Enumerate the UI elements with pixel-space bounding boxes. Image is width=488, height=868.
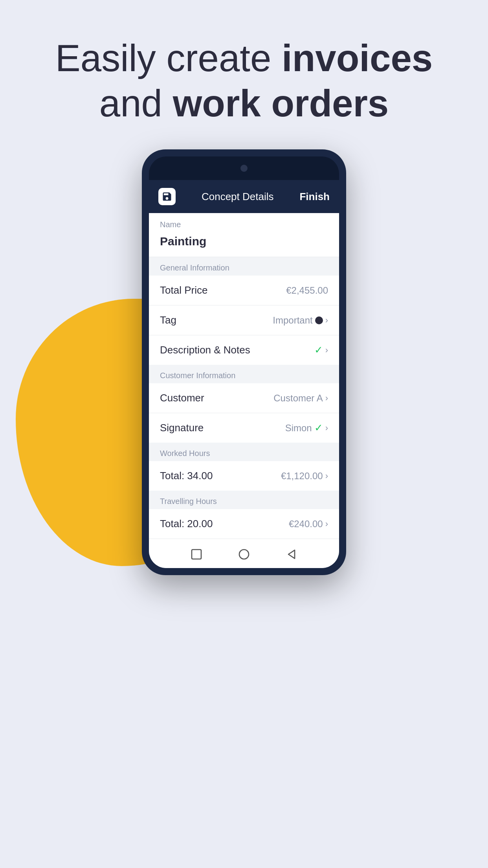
customer-chevron-icon: › [325, 393, 328, 403]
signature-value: Simon ✓ › [285, 422, 328, 434]
finish-button[interactable]: Finish [299, 191, 330, 203]
tag-dot-icon [315, 316, 323, 324]
headline-section: Easily create invoices and work orders [0, 0, 488, 149]
signature-name: Simon [285, 423, 312, 434]
save-icon-button[interactable] [158, 188, 176, 205]
signature-label: Signature [160, 422, 204, 434]
phone-body: Concept Details Finish Name Painting Gen… [142, 149, 346, 575]
description-check-icon: ✓ [314, 344, 323, 356]
customer-info-section-label: Customer Information [149, 365, 339, 383]
phone-device: Concept Details Finish Name Painting Gen… [142, 149, 346, 575]
bottom-navigation [149, 539, 339, 568]
svg-rect-0 [192, 550, 201, 559]
tag-chevron-icon: › [325, 315, 328, 326]
headline-work-orders: work orders [173, 82, 389, 124]
total-price-value: €2,455.00 [286, 285, 328, 296]
phone-screen: Concept Details Finish Name Painting Gen… [149, 180, 339, 568]
total-price-label: Total Price [160, 284, 207, 296]
headline-text: Easily create invoices and work orders [0, 35, 488, 126]
headline-invoices: invoices [282, 37, 433, 79]
travelling-hours-amount: €240.00 [289, 519, 323, 530]
nav-home-button[interactable] [237, 547, 251, 562]
app-header-title: Concept Details [202, 191, 274, 203]
travelling-hours-total-value: €240.00 › [289, 519, 328, 530]
worked-hours-total-label: Total: 34.00 [160, 470, 213, 482]
page-background: Easily create invoices and work orders [0, 0, 488, 868]
total-price-row[interactable]: Total Price €2,455.00 [149, 276, 339, 305]
general-info-section-label: General Information [149, 257, 339, 276]
headline-line2: and work orders [99, 82, 389, 124]
total-price-amount: €2,455.00 [286, 285, 328, 296]
customer-row[interactable]: Customer Customer A › [149, 383, 339, 413]
worked-hours-total-value: €1,120.00 › [281, 471, 328, 482]
description-chevron-icon: › [325, 345, 328, 355]
worked-hours-chevron-icon: › [325, 471, 328, 481]
worked-hours-rows: Total: 34.00 €1,120.00 › [149, 461, 339, 491]
travelling-hours-rows: Total: 20.00 €240.00 › [149, 509, 339, 539]
worked-hours-total-row[interactable]: Total: 34.00 €1,120.00 › [149, 461, 339, 491]
nav-square-button[interactable] [189, 547, 204, 562]
travelling-hours-total-label: Total: 20.00 [160, 518, 213, 530]
signature-row[interactable]: Signature Simon ✓ › [149, 413, 339, 443]
customer-info-rows: Customer Customer A › Signature Simon ✓ … [149, 383, 339, 443]
customer-name: Customer A [273, 393, 323, 404]
tag-value: Important › [273, 315, 328, 326]
description-notes-label: Description & Notes [160, 344, 250, 356]
headline-line1: Easily create invoices [55, 37, 433, 79]
nav-back-button[interactable] [284, 547, 299, 562]
description-notes-row[interactable]: Description & Notes ✓ › [149, 335, 339, 365]
tag-text: Important [273, 315, 312, 326]
travelling-hours-section-label: Travelling Hours [149, 491, 339, 509]
description-notes-value: ✓ › [314, 344, 328, 356]
svg-marker-2 [288, 550, 295, 558]
worked-hours-section-label: Worked Hours [149, 443, 339, 461]
customer-label: Customer [160, 392, 204, 404]
tag-label: Tag [160, 314, 176, 326]
signature-chevron-icon: › [325, 423, 328, 433]
name-value[interactable]: Painting [149, 231, 339, 257]
svg-point-1 [239, 550, 249, 559]
general-info-rows: Total Price €2,455.00 Tag Important › [149, 276, 339, 365]
camera-dot [240, 165, 248, 172]
phone-top-bar [149, 156, 339, 180]
travelling-hours-chevron-icon: › [325, 519, 328, 529]
worked-hours-amount: €1,120.00 [281, 471, 323, 482]
signature-check-icon: ✓ [314, 422, 323, 434]
customer-value: Customer A › [273, 393, 328, 404]
name-label: Name [149, 213, 339, 231]
travelling-hours-total-row[interactable]: Total: 20.00 €240.00 › [149, 509, 339, 539]
app-header: Concept Details Finish [149, 180, 339, 213]
tag-row[interactable]: Tag Important › [149, 305, 339, 335]
name-section: Name Painting [149, 213, 339, 257]
